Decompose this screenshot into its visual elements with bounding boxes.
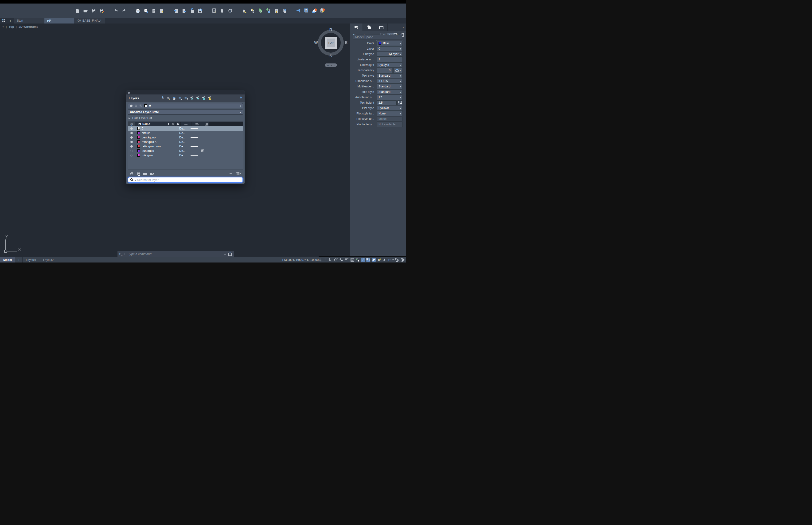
- print-icon[interactable]: [135, 8, 140, 13]
- linetype-column-header[interactable]: [191, 122, 203, 126]
- override-column-header[interactable]: [203, 122, 210, 126]
- multileader-style-dropdown[interactable]: Standard ▾: [377, 84, 403, 89]
- layers-palette[interactable]: Layers: [126, 90, 245, 184]
- annotation-visibility-toggle-icon[interactable]: [372, 258, 376, 262]
- viewcube-south[interactable]: S: [330, 54, 332, 59]
- palette-close-button[interactable]: [128, 92, 130, 94]
- drawing-tab-start[interactable]: Start: [14, 18, 44, 24]
- new-property-filter-icon[interactable]: [150, 172, 154, 176]
- viewcube-north[interactable]: N: [330, 27, 332, 32]
- print-export-icon[interactable]: [143, 8, 149, 13]
- freeze-column-header[interactable]: [170, 122, 175, 126]
- new-layout-button[interactable]: +: [15, 257, 22, 262]
- dynamic-input-toggle-icon[interactable]: [366, 258, 370, 262]
- freeze-layer-icon[interactable]: [189, 96, 194, 101]
- drawing-tab-rd[interactable]: rd*: [44, 18, 75, 24]
- ortho-toggle-icon[interactable]: [328, 258, 333, 262]
- lineweight-column-header[interactable]: [181, 122, 191, 126]
- new-layer-frozen-icon[interactable]: [136, 172, 140, 176]
- isolate-layer-icon[interactable]: [160, 96, 165, 101]
- wcs-dropdown[interactable]: WCS: [325, 63, 337, 67]
- viewport-view-control[interactable]: Top: [9, 25, 14, 28]
- move-to-current-icon[interactable]: [184, 96, 188, 101]
- layer-visibility-toggle[interactable]: [128, 150, 135, 152]
- layer-color-swatch[interactable]: [137, 145, 140, 148]
- undo-layer-change-icon[interactable]: [172, 96, 177, 101]
- pan-icon[interactable]: [219, 8, 225, 13]
- layer-search-input[interactable]: [137, 178, 241, 182]
- import-icon[interactable]: [173, 8, 179, 13]
- viewcube-west[interactable]: W: [314, 41, 318, 45]
- turn-off-layer-icon[interactable]: [196, 96, 200, 101]
- preview-icon[interactable]: [211, 8, 217, 13]
- open-file-icon[interactable]: [83, 8, 88, 13]
- save-to-web-icon[interactable]: [197, 8, 203, 13]
- export-icon[interactable]: [181, 8, 187, 13]
- linetype-dropdown[interactable]: ByLayer ▾: [377, 52, 403, 57]
- new-file-icon[interactable]: [75, 8, 80, 13]
- new-group-filter-icon[interactable]: [143, 172, 147, 176]
- linetype-scale-input[interactable]: 1: [377, 57, 403, 62]
- undo-icon[interactable]: [113, 8, 119, 13]
- settings-gear-icon[interactable]: [401, 258, 404, 262]
- layer-color-swatch[interactable]: [137, 136, 140, 139]
- attach-reference-icon[interactable]: [189, 8, 195, 13]
- cloud-storage-icon[interactable]: [311, 8, 317, 13]
- unlock-layer-icon[interactable]: [207, 96, 212, 101]
- annotation-scale-value[interactable]: 1:1: [388, 258, 394, 261]
- viewport-visual-style-control[interactable]: 2D Wireframe: [18, 25, 38, 28]
- redo-icon[interactable]: [121, 8, 127, 13]
- tab-content[interactable]: [375, 24, 388, 31]
- tab-layout2[interactable]: Layout2: [40, 257, 57, 262]
- layer-color-swatch[interactable]: [137, 140, 140, 144]
- layer-visibility-toggle[interactable]: [128, 132, 135, 134]
- palette-titlebar[interactable]: [126, 91, 245, 94]
- layer-visibility-toggle[interactable]: [128, 154, 135, 156]
- command-bar[interactable]: >_: [117, 251, 234, 257]
- purge-icon[interactable]: [274, 8, 279, 13]
- tab-attachments[interactable]: [363, 24, 375, 31]
- hatch-transparency-toggle-icon[interactable]: [350, 258, 354, 262]
- lock-layer-icon[interactable]: [201, 96, 206, 101]
- new-drawing-tab-button[interactable]: +: [7, 18, 14, 24]
- remove-layer-icon[interactable]: [230, 173, 232, 174]
- model-viewport[interactable]: + | Top | 2D Wireframe N S W E TOP WCS: [0, 24, 350, 257]
- lock-column-header[interactable]: [175, 122, 181, 126]
- name-column-header[interactable]: Name: [135, 122, 170, 126]
- tab-model[interactable]: Model: [0, 257, 15, 262]
- text-height-input[interactable]: 2.5: [377, 100, 397, 105]
- command-input[interactable]: [128, 252, 223, 256]
- layer-color-swatch[interactable]: [137, 154, 140, 157]
- layer-color-swatch[interactable]: [137, 131, 140, 134]
- viewcube[interactable]: N S W E TOP: [317, 29, 345, 57]
- command-history-chevron-icon[interactable]: [124, 254, 125, 255]
- layer-color-swatch[interactable]: [137, 127, 140, 130]
- layer-row[interactable]: quadrado De...: [128, 149, 243, 153]
- visibility-column-header[interactable]: [128, 122, 135, 126]
- grid-toggle-icon[interactable]: [318, 258, 322, 262]
- viewcube-face[interactable]: TOP: [325, 37, 337, 49]
- table-style-dropdown[interactable]: Standard ▾: [377, 90, 403, 94]
- columns-menu-icon[interactable]: ▾: [236, 172, 241, 175]
- quick-select-icon[interactable]: [249, 8, 255, 13]
- lineweight-toggle-icon[interactable]: [345, 258, 349, 262]
- layer-search-field[interactable]: [128, 177, 243, 183]
- new-layer-icon[interactable]: [129, 172, 134, 176]
- tabs-overflow-button[interactable]: »: [388, 24, 406, 31]
- layer-color-swatch[interactable]: [137, 149, 140, 152]
- layer-settings-icon[interactable]: [166, 96, 171, 101]
- workspace-shapes-icon[interactable]: [395, 258, 399, 262]
- viewport-add-button[interactable]: +: [2, 25, 4, 28]
- layer-row[interactable]: 0 De...: [128, 126, 243, 131]
- layer-visibility-toggle[interactable]: [128, 136, 135, 139]
- plot-style-table-dropdown[interactable]: None ▾: [377, 111, 403, 116]
- layer-row[interactable]: retângulo ouro De...: [128, 144, 243, 149]
- plot-style-edit-icon[interactable]: [159, 8, 165, 13]
- layer-visibility-toggle[interactable]: [128, 127, 135, 130]
- snap-toggle-icon[interactable]: [323, 258, 327, 262]
- orbit-icon[interactable]: [227, 8, 233, 13]
- tab-overview-icon[interactable]: [0, 18, 7, 24]
- color-dropdown[interactable]: Blue ▾: [377, 41, 403, 46]
- command-panel-icon[interactable]: [228, 252, 232, 256]
- hide-layer-list-toggle[interactable]: Hide Layer List: [128, 117, 243, 120]
